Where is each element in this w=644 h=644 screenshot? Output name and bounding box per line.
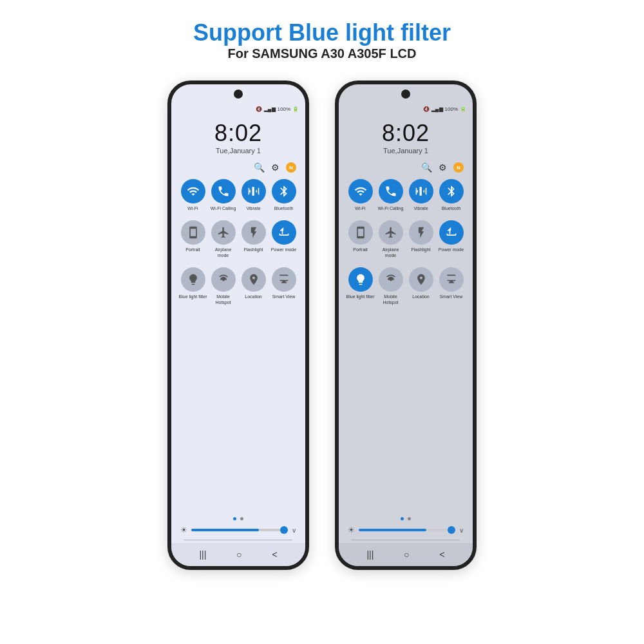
portrait-label-right: Portrait (353, 247, 368, 252)
location-label-right: Location (412, 294, 429, 299)
slider-fill-left (191, 529, 259, 531)
expand-icon-right[interactable]: ∨ (459, 527, 464, 534)
location-icon-left (242, 267, 266, 292)
tiles-row-3-right: Blue light filter Mobile Hotspot (345, 267, 466, 305)
nav-back-right[interactable]: < (439, 549, 444, 560)
hotspot-label-right: Mobile Hotspot (377, 294, 405, 305)
settings-icon-left[interactable]: ⚙ (271, 162, 279, 173)
slider-thumb-left[interactable] (280, 526, 288, 534)
tiles-section-left: Wi-Fi Wi-Fi Calling Vibrat (171, 175, 305, 515)
wificall-label-left: Wi-Fi Calling (211, 206, 236, 211)
bluelight-icon-right (348, 267, 373, 292)
tile-bluelight-left[interactable]: Blue light filter (179, 267, 207, 305)
bluetooth-icon-right (439, 179, 464, 204)
camera-notch-left (234, 90, 243, 99)
tile-power-right[interactable]: Power mode (437, 220, 466, 258)
tile-portrait-left[interactable]: Portrait (179, 220, 207, 258)
expand-icon-left[interactable]: ∨ (292, 527, 296, 534)
tile-airplane-left[interactable]: Airplane mode (209, 220, 238, 258)
slider-thumb-right[interactable] (448, 526, 455, 534)
hotspot-icon-left (211, 267, 236, 292)
nav-bar-left: ||| ○ < (171, 543, 305, 566)
tile-location-left[interactable]: Location (240, 267, 268, 305)
search-icon-right[interactable]: 🔍 (421, 162, 432, 173)
dot-2-left (240, 517, 243, 520)
airplane-label-right: Airplane mode (377, 247, 405, 258)
notch-bar-left (171, 84, 305, 105)
tile-flashlight-left[interactable]: Flashlight (240, 220, 268, 258)
tile-hotspot-left[interactable]: Mobile Hotspot (209, 267, 238, 305)
tiles-row-2-right: Portrait Airplane mode Fla (345, 220, 466, 258)
tile-wificall-left[interactable]: Wi-Fi Calling (209, 179, 238, 211)
hotspot-icon-right (379, 267, 403, 292)
wificall-icon-left (211, 179, 236, 204)
smartview-icon-right (439, 267, 464, 292)
tile-bluetooth-left[interactable]: Bluetooth (270, 179, 298, 211)
tile-wificall-right[interactable]: Wi-Fi Calling (377, 179, 405, 211)
wifi-icon-left (181, 179, 205, 204)
tile-airplane-right[interactable]: Airplane mode (377, 220, 405, 258)
tile-bluetooth-right[interactable]: Bluetooth (437, 179, 466, 211)
tile-wifi-left[interactable]: Wi-Fi (179, 179, 207, 211)
nav-recent-left[interactable]: ||| (199, 549, 206, 560)
notch-bar-right (339, 84, 473, 105)
wifi-label-right: Wi-Fi (355, 206, 365, 211)
tiles-row-1-left: Wi-Fi Wi-Fi Calling Vibrat (178, 179, 299, 211)
main-title: Support Blue light filter (193, 19, 451, 46)
power-icon-left (272, 220, 296, 245)
time-section-right: 8:02 Tue,January 1 (339, 113, 473, 160)
nav-home-left[interactable]: ○ (236, 549, 242, 560)
tile-wifi-right[interactable]: Wi-Fi (346, 179, 375, 211)
phone-right-inner: 🔇 ▂▄▆ 100% 🔋 8:02 Tue,January 1 🔍 ⚙ N (339, 84, 473, 566)
brightness-slider-right[interactable] (359, 529, 455, 531)
phone-left: 🔇 ▂▄▆ 100% 🔋 8:02 Tue,January 1 🔍 ⚙ N (167, 80, 309, 570)
phone-right-wrapper: 🔇 ▂▄▆ 100% 🔋 8:02 Tue,January 1 🔍 ⚙ N (335, 80, 477, 570)
brightness-slider-left[interactable] (191, 529, 288, 531)
wificall-label-right: Wi-Fi Calling (378, 206, 404, 211)
tile-smartview-left[interactable]: Smart View (270, 267, 298, 305)
tile-hotspot-right[interactable]: Mobile Hotspot (377, 267, 405, 305)
phone-right: 🔇 ▂▄▆ 100% 🔋 8:02 Tue,January 1 🔍 ⚙ N (335, 80, 477, 570)
bluetooth-label-left: Bluetooth (274, 206, 294, 211)
camera-notch-right (401, 90, 410, 99)
tile-power-left[interactable]: Power mode (270, 220, 298, 258)
tile-portrait-right[interactable]: Portrait (346, 220, 375, 258)
nav-recent-right[interactable]: ||| (366, 549, 374, 560)
phones-container: 🔇 ▂▄▆ 100% 🔋 8:02 Tue,January 1 🔍 ⚙ N (167, 80, 477, 570)
flashlight-icon-right (409, 220, 433, 245)
phone-left-wrapper: 🔇 ▂▄▆ 100% 🔋 8:02 Tue,January 1 🔍 ⚙ N (167, 80, 309, 570)
time-section-left: 8:02 Tue,January 1 (171, 113, 305, 160)
nav-home-right[interactable]: ○ (404, 549, 409, 560)
dot-indicator-left (171, 515, 305, 523)
battery-text-left: 100% (278, 106, 290, 112)
bluelight-icon-left (181, 267, 205, 292)
tiles-section-right: Wi-Fi Wi-Fi Calling Vibrat (339, 175, 473, 515)
portrait-icon-left (181, 220, 205, 245)
portrait-label-left: Portrait (185, 247, 200, 252)
wifi-icon-right (348, 179, 373, 204)
battery-icon-right: 🔋 (460, 106, 466, 112)
tile-vibrate-left[interactable]: Vibrate (240, 179, 268, 211)
bluelight-label-right: Blue light filter (346, 294, 375, 299)
panel-header-right: 🔍 ⚙ N (339, 160, 473, 175)
notif-badge-right: N (453, 162, 464, 173)
tile-bluelight-right[interactable]: Blue light filter (346, 267, 375, 305)
nav-back-left[interactable]: < (272, 549, 277, 560)
tile-vibrate-right[interactable]: Vibrate (407, 179, 435, 211)
notif-badge-left: N (286, 162, 296, 173)
phone-left-inner: 🔇 ▂▄▆ 100% 🔋 8:02 Tue,January 1 🔍 ⚙ N (171, 84, 305, 566)
time-right: 8:02 (339, 120, 473, 147)
settings-icon-right[interactable]: ⚙ (439, 162, 447, 173)
flashlight-label-left: Flashlight (244, 247, 263, 252)
search-icon-left[interactable]: 🔍 (254, 162, 265, 173)
tiles-row-2-left: Portrait Airplane mode Fla (178, 220, 299, 258)
page-header: Support Blue light filter For SAMSUNG A3… (193, 19, 451, 61)
mute-icon-left: 🔇 (256, 106, 262, 112)
vibrate-icon-left (242, 179, 266, 204)
tile-flashlight-right[interactable]: Flashlight (407, 220, 435, 258)
tile-location-right[interactable]: Location (407, 267, 435, 305)
tile-smartview-right[interactable]: Smart View (437, 267, 466, 305)
nav-bar-right: ||| ○ < (339, 543, 473, 566)
smartview-icon-left (272, 267, 296, 292)
wificall-icon-right (379, 179, 403, 204)
